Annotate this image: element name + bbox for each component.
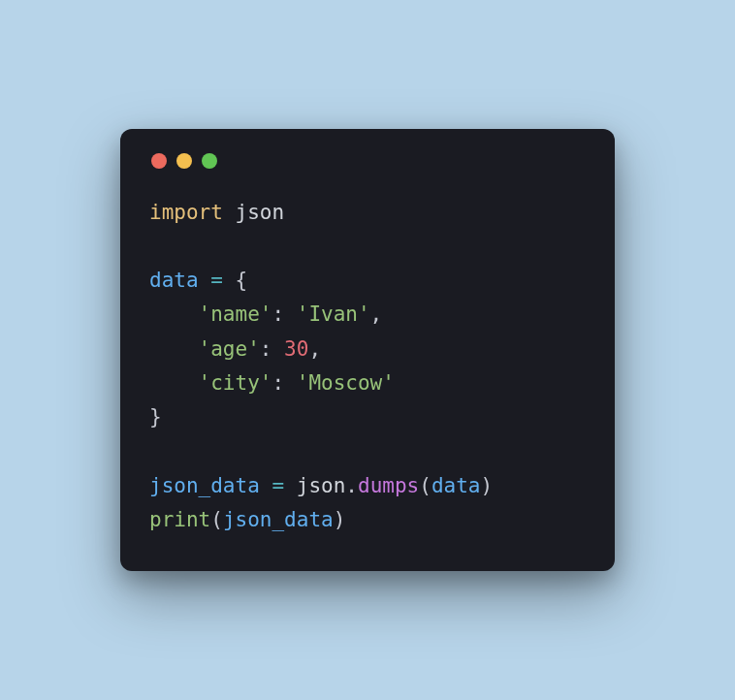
brace-open: {	[236, 269, 248, 292]
dict-key: 'name'	[199, 302, 272, 326]
method-dumps: dumps	[358, 474, 419, 497]
arg-data: data	[431, 474, 481, 497]
comma: ,	[370, 302, 383, 326]
dict-value-number: 30	[284, 337, 308, 361]
dict-key: 'age'	[199, 337, 260, 361]
close-icon[interactable]	[151, 153, 167, 169]
indent	[149, 337, 199, 361]
variable-json-data: json_data	[149, 474, 260, 497]
colon: :	[272, 371, 296, 395]
comma: ,	[308, 337, 321, 361]
builtin-print: print	[149, 508, 210, 531]
variable-data: data	[149, 269, 199, 292]
window-titlebar	[149, 153, 586, 169]
keyword-import: import	[149, 201, 223, 224]
operator-eq: =	[272, 474, 284, 497]
paren-close: )	[480, 474, 493, 497]
paren-open: (	[419, 474, 431, 497]
paren-open: (	[210, 508, 223, 531]
dict-value: 'Ivan'	[297, 302, 370, 326]
dot: .	[345, 474, 358, 497]
indent	[149, 302, 199, 326]
colon: :	[272, 302, 296, 326]
code-block: import json data = { 'name': 'Ivan', 'ag…	[149, 196, 586, 538]
maximize-icon[interactable]	[202, 153, 217, 169]
dict-key: 'city'	[199, 371, 272, 395]
module-name: json	[236, 201, 285, 224]
paren-close: )	[334, 508, 346, 531]
dict-value: 'Moscow'	[297, 371, 395, 395]
operator-eq: =	[210, 269, 223, 292]
arg-json-data: json_data	[223, 508, 334, 531]
indent	[149, 371, 199, 395]
object-json: json	[297, 474, 346, 497]
brace-close: }	[149, 405, 162, 429]
colon: :	[260, 337, 284, 361]
minimize-icon[interactable]	[176, 153, 192, 169]
code-window: import json data = { 'name': 'Ivan', 'ag…	[120, 129, 615, 572]
